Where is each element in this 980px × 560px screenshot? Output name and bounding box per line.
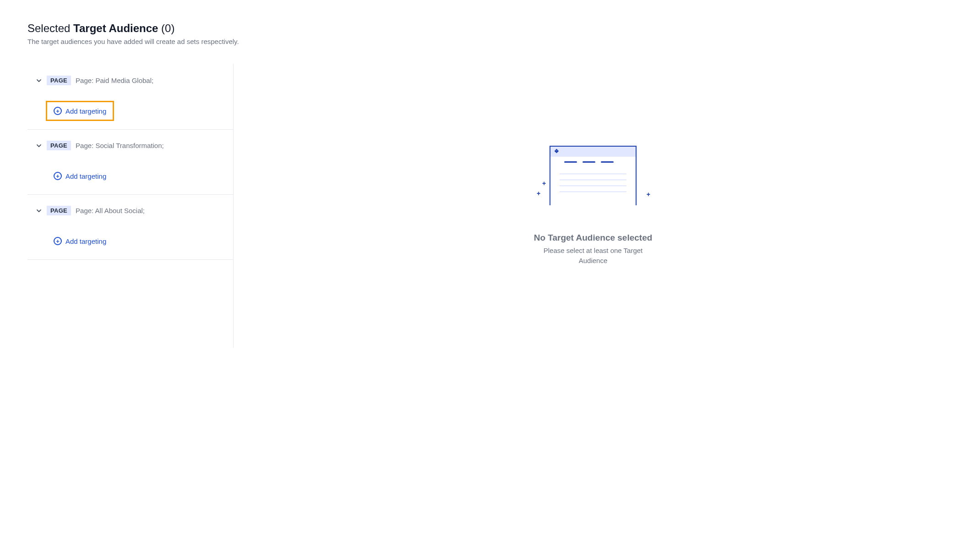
content-line (560, 174, 626, 174)
empty-state-title: No Target Audience selected (534, 233, 653, 243)
chevron-down-icon[interactable] (36, 77, 42, 84)
page-header: Selected Target Audience (0) The target … (27, 22, 953, 45)
title-bold: Target Audience (73, 22, 158, 34)
content-area: PAGE Page: Paid Media Global; Add target… (27, 64, 953, 348)
plus-circle-icon (54, 107, 62, 115)
add-targeting-row: Add targeting (46, 166, 233, 186)
tab-line (601, 161, 614, 163)
page-group: PAGE Page: All About Social; Add targeti… (27, 203, 233, 260)
plus-circle-icon (54, 237, 62, 245)
page-label: Page: All About Social; (76, 207, 145, 214)
add-targeting-row: Add targeting (46, 101, 233, 121)
content-line (560, 192, 626, 192)
page-badge: PAGE (47, 76, 71, 85)
page-row[interactable]: PAGE Page: Paid Media Global; (27, 73, 233, 88)
content-line (560, 186, 626, 186)
page-subtitle: The target audiences you have added will… (27, 38, 953, 45)
page-badge: PAGE (47, 141, 71, 150)
add-targeting-button[interactable]: Add targeting (46, 166, 114, 186)
tab-line (583, 161, 595, 163)
leaf-icon: ❖ (554, 148, 559, 154)
plus-icon: + (647, 191, 650, 198)
left-panel: PAGE Page: Paid Media Global; Add target… (27, 64, 234, 348)
empty-state-illustration: ❖ + + + (550, 146, 637, 205)
plus-circle-icon (54, 172, 62, 180)
page-label: Page: Paid Media Global; (76, 77, 153, 84)
add-targeting-label: Add targeting (65, 237, 106, 245)
page-badge: PAGE (47, 206, 71, 215)
plus-icon: + (542, 180, 546, 187)
chevron-down-icon[interactable] (36, 208, 42, 214)
empty-state-subtitle: Please select at least one Target Audien… (534, 246, 653, 266)
page-row[interactable]: PAGE Page: Social Transformation; (27, 138, 233, 153)
page-group: PAGE Page: Social Transformation; Add ta… (27, 138, 233, 195)
add-targeting-button[interactable]: Add targeting (46, 101, 114, 121)
title-suffix: (0) (158, 22, 174, 34)
add-targeting-label: Add targeting (65, 172, 106, 180)
tab-line (564, 161, 577, 163)
right-panel: ❖ + + + No Target Audience selected Plea (234, 64, 953, 348)
add-targeting-label: Add targeting (65, 107, 106, 115)
chevron-down-icon[interactable] (36, 143, 42, 149)
page-row[interactable]: PAGE Page: All About Social; (27, 203, 233, 218)
empty-page-icon: ❖ (550, 146, 637, 205)
empty-page-header: ❖ (550, 147, 636, 157)
content-line (560, 180, 626, 180)
content-lines (550, 165, 636, 201)
add-targeting-button[interactable]: Add targeting (46, 231, 114, 251)
title-prefix: Selected (27, 22, 73, 34)
page-label: Page: Social Transformation; (76, 142, 164, 149)
page-group: PAGE Page: Paid Media Global; Add target… (27, 73, 233, 130)
plus-icon: + (537, 190, 540, 197)
add-targeting-row: Add targeting (46, 231, 233, 251)
tabs-row (550, 157, 636, 165)
page-title: Selected Target Audience (0) (27, 22, 953, 35)
